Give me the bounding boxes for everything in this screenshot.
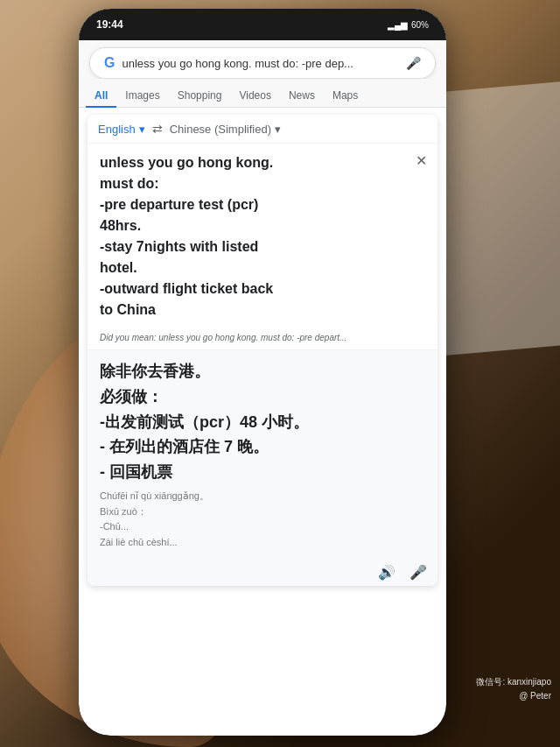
swap-languages-icon[interactable]: ⇄ bbox=[152, 122, 163, 136]
tab-videos[interactable]: Videos bbox=[230, 84, 279, 107]
target-language-label: Chinese (Simplified) bbox=[170, 123, 271, 136]
did-you-mean-suggestion: Did you mean: unless you go hong kong. m… bbox=[88, 329, 438, 350]
source-language-selector[interactable]: English ▾ bbox=[98, 123, 145, 136]
status-right: ▂▄▆ 60% bbox=[388, 20, 429, 30]
notch bbox=[210, 9, 315, 33]
translate-header: English ▾ ⇄ Chinese (Simplified) ▾ bbox=[88, 115, 438, 144]
signal-icon: ▂▄▆ bbox=[388, 20, 408, 30]
clear-button[interactable]: ✕ bbox=[416, 152, 427, 169]
translated-text: 除非你去香港。必须做：-出发前测试（pcr）48 小时。- 在列出的酒店住 7 … bbox=[100, 359, 425, 485]
chevron-down-icon: ▾ bbox=[139, 123, 145, 136]
tab-all[interactable]: All bbox=[86, 84, 116, 107]
phone-screen: 19:44 ▂▄▆ 60% G unless you go hong kong.… bbox=[79, 9, 446, 736]
status-time: 19:44 bbox=[96, 18, 123, 31]
source-language-label: English bbox=[98, 123, 136, 136]
watermark: 微信号: kanxinjiapo @ Peter bbox=[476, 675, 551, 703]
translate-result-area: 除非你去香港。必须做：-出发前测试（pcr）48 小时。- 在列出的酒店住 7 … bbox=[88, 350, 438, 559]
source-text: unless you go hong kong.must do:-pre dep… bbox=[100, 152, 425, 321]
translate-widget: English ▾ ⇄ Chinese (Simplified) ▾ unles… bbox=[88, 115, 438, 586]
google-logo: G bbox=[104, 55, 115, 71]
watermark-line1: 微信号: kanxinjiapo bbox=[476, 675, 551, 689]
phone-body: 19:44 ▂▄▆ 60% G unless you go hong kong.… bbox=[79, 9, 446, 736]
tab-images[interactable]: Images bbox=[116, 84, 168, 107]
search-query: unless you go hong kong. must do: -pre d… bbox=[122, 57, 399, 70]
did-you-mean-label: Did you mean: bbox=[100, 333, 156, 342]
speaker-icon[interactable]: 🔊 bbox=[378, 564, 396, 581]
target-language-selector[interactable]: Chinese (Simplified) ▾ bbox=[170, 123, 281, 136]
chevron-down-icon-2: ▾ bbox=[275, 123, 281, 136]
microphone-icon-2[interactable]: 🎤 bbox=[410, 564, 427, 581]
status-bar: 19:44 ▂▄▆ 60% bbox=[79, 9, 446, 40]
translate-source-area: unless you go hong kong.must do:-pre dep… bbox=[88, 144, 438, 329]
tab-news[interactable]: News bbox=[280, 84, 324, 107]
tab-shopping[interactable]: Shopping bbox=[169, 84, 231, 107]
phone-wrapper: 19:44 ▂▄▆ 60% G unless you go hong kong.… bbox=[79, 9, 446, 736]
battery-label: 60% bbox=[411, 20, 429, 30]
did-you-mean-text[interactable]: unless you go hong kong. must do: -pre d… bbox=[158, 333, 346, 342]
search-area: G unless you go hong kong. must do: -pre… bbox=[79, 40, 446, 79]
microphone-icon[interactable]: 🎤 bbox=[406, 56, 421, 70]
pinyin-text: Chúfēi nǐ qù xiānggǎng。Bìxū zuò：-Chū...Z… bbox=[100, 489, 425, 550]
translate-actions: 🔊 🎤 bbox=[88, 559, 438, 586]
tab-maps[interactable]: Maps bbox=[324, 84, 367, 107]
nav-tabs: All Images Shopping Videos News Maps bbox=[79, 79, 446, 108]
search-bar[interactable]: G unless you go hong kong. must do: -pre… bbox=[89, 47, 436, 79]
watermark-line2: @ Peter bbox=[476, 689, 551, 703]
